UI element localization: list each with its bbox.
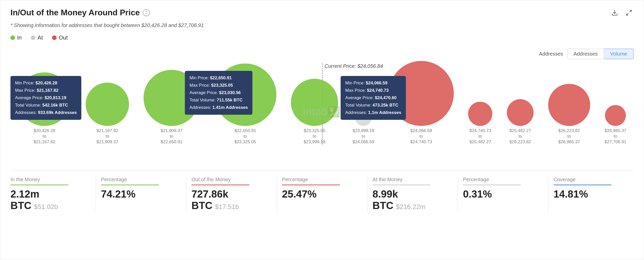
stat-underline-at bbox=[372, 185, 430, 185]
range-11: $26,965.37to$27,706.91 bbox=[604, 128, 626, 145]
current-price-label: Current Price: $24,056.84 bbox=[325, 63, 383, 69]
stat-value-in: 2.12m BTC$51.02b bbox=[10, 188, 83, 211]
stat-underline-pct-in bbox=[101, 185, 159, 185]
divider-2 bbox=[186, 177, 186, 211]
range-4: $22,650.91to$23,325.05 bbox=[234, 128, 256, 145]
range-2: $21,167.82to$21,909.37 bbox=[97, 128, 118, 145]
stat-label-in: In the Money bbox=[10, 177, 83, 183]
bubbles-row: $20,426.28to$21,167.82 $21,167.82to$21,9… bbox=[10, 73, 634, 145]
stat-underline-in bbox=[10, 185, 68, 185]
bubble-col-10: $26,223.82to$26,965.37 bbox=[548, 84, 590, 145]
range-6: $23,999.18to$24,066.59 bbox=[353, 128, 374, 145]
bubble-col-11: $26,965.37to$27,706.91 bbox=[604, 105, 626, 145]
stat-value-coverage: 14.81% bbox=[553, 188, 626, 200]
legend-label-in: In bbox=[17, 34, 22, 41]
help-icon[interactable]: ? bbox=[143, 9, 150, 16]
bubble-5 bbox=[291, 79, 338, 126]
divider-5 bbox=[458, 177, 458, 211]
bubble-3 bbox=[144, 70, 200, 126]
stats-row: In the Money 2.12m BTC$51.02b Percentage… bbox=[10, 170, 634, 211]
legend-in: In bbox=[10, 34, 22, 41]
legend-dot-in bbox=[10, 35, 15, 40]
chart-area: intob💹 Current Price: $24,056.84 $20,426… bbox=[10, 63, 634, 160]
range-1: $20,426.28to$21,167.82 bbox=[34, 128, 55, 145]
page-title: In/Out of the Money Around Price bbox=[10, 8, 140, 17]
svg-line-1 bbox=[629, 10, 632, 12]
volume-button[interactable]: Volume bbox=[604, 49, 634, 59]
download-icon[interactable] bbox=[610, 8, 619, 17]
divider-3 bbox=[277, 177, 277, 211]
legend-dot-at bbox=[31, 35, 35, 40]
stat-coverage: Coverage 14.81% bbox=[553, 177, 634, 200]
addresses-button[interactable]: Addresses bbox=[567, 49, 604, 59]
bubble-col-8: $24,740.73to$25,482.27 bbox=[468, 102, 492, 145]
divider-6 bbox=[548, 177, 548, 211]
range-7: $24,066.59to$24,740.73 bbox=[410, 128, 432, 145]
header-right bbox=[610, 8, 634, 17]
range-5: $23,325.05to$23,999.18 bbox=[304, 128, 325, 145]
legend-dot-out bbox=[52, 35, 57, 40]
expand-icon[interactable] bbox=[624, 8, 634, 17]
stat-label-pct-in: Percentage bbox=[101, 177, 173, 183]
divider-1 bbox=[96, 177, 96, 211]
bubble-col-4: $22,650.91to$23,325.05 bbox=[214, 63, 276, 145]
legend-label-at: At bbox=[37, 34, 43, 41]
stat-value-pct-in: 74.21% bbox=[101, 188, 173, 200]
stat-out-of-money: Out of the Money 727.86k BTC$17.51b bbox=[191, 177, 272, 211]
view-controls: Addresses Addresses Volume bbox=[10, 49, 634, 59]
bubble-col-1: $20,426.28to$21,167.82 bbox=[18, 72, 71, 145]
addresses-label: Addresses bbox=[539, 51, 563, 57]
stat-in-the-money: In the Money 2.12m BTC$51.02b bbox=[10, 177, 91, 211]
range-9: $25,482.27to$26,223.82 bbox=[509, 128, 531, 145]
stat-underline-pct-at bbox=[463, 185, 521, 185]
bubble-1 bbox=[18, 72, 71, 126]
stat-value-out: 727.86k BTC$17.51b bbox=[191, 188, 264, 211]
stat-value-pct-at: 0.31% bbox=[463, 188, 535, 200]
bubble-8 bbox=[468, 102, 492, 126]
stat-label-pct-out: Percentage bbox=[282, 177, 354, 183]
header: In/Out of the Money Around Price ? bbox=[10, 8, 634, 17]
stat-value-at: 8.99k BTC$216.22m bbox=[372, 188, 445, 211]
stat-value-pct-out: 25.47% bbox=[282, 188, 354, 200]
legend-at: At bbox=[31, 34, 43, 41]
legend-out: Out bbox=[52, 34, 68, 41]
stat-percentage-out: Percentage 25.47% bbox=[282, 177, 362, 200]
bubble-9 bbox=[507, 99, 534, 126]
stat-label-at: At the Money bbox=[372, 177, 445, 183]
stat-percentage-in: Percentage 74.21% bbox=[101, 177, 181, 200]
bubble-col-5: $23,325.05to$23,999.18 bbox=[291, 79, 338, 145]
bubble-11 bbox=[605, 105, 626, 126]
bubble-4 bbox=[214, 63, 276, 126]
legend: In At Out bbox=[10, 34, 634, 41]
stat-underline-coverage bbox=[553, 185, 611, 185]
header-left: In/Out of the Money Around Price ? bbox=[10, 8, 150, 17]
range-3: $21,909.37to$22,650.91 bbox=[161, 128, 182, 145]
bubble-col-6: $23,999.18to$24,066.59 bbox=[353, 109, 374, 145]
stat-underline-out bbox=[191, 185, 249, 185]
stat-at-the-money: At the Money 8.99k BTC$216.22m bbox=[372, 177, 453, 211]
range-10: $26,223.82to$26,965.37 bbox=[558, 128, 580, 145]
svg-line-2 bbox=[626, 13, 628, 15]
bubble-col-9: $25,482.27to$26,223.82 bbox=[507, 99, 534, 145]
bubble-col-3: $21,909.37to$22,650.91 bbox=[144, 70, 200, 145]
legend-label-out: Out bbox=[59, 34, 68, 41]
stat-label-out: Out of the Money bbox=[191, 177, 264, 183]
bubble-2 bbox=[86, 83, 129, 126]
stat-label-coverage: Coverage bbox=[553, 177, 626, 183]
bubble-10 bbox=[548, 84, 590, 126]
stat-underline-pct-out bbox=[282, 185, 340, 185]
stat-percentage-at: Percentage 0.31% bbox=[463, 177, 543, 200]
divider-4 bbox=[367, 177, 367, 211]
stat-label-pct-at: Percentage bbox=[463, 177, 535, 183]
bubble-col-2: $21,167.82to$21,909.37 bbox=[86, 83, 129, 145]
range-8: $24,740.73to$25,482.27 bbox=[469, 128, 491, 145]
bubble-7 bbox=[389, 61, 454, 126]
main-container: In/Out of the Money Around Price ? bbox=[0, 0, 644, 260]
subtitle: * Showing information for addresses that… bbox=[10, 22, 634, 28]
bubble-6 bbox=[355, 109, 372, 126]
bubble-col-7: $24,066.59to$24,740.73 bbox=[389, 61, 454, 145]
